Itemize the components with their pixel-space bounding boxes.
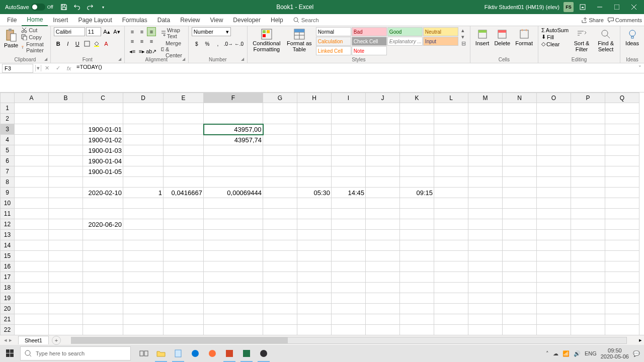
column-header-M[interactable]: M	[468, 93, 503, 103]
column-header-Q[interactable]: Q	[605, 93, 639, 103]
cell-D7[interactable]	[123, 166, 164, 177]
cell-I10[interactable]	[332, 198, 366, 209]
cell-L8[interactable]	[434, 177, 468, 188]
cell-G21[interactable]	[263, 314, 297, 325]
cell-A11[interactable]	[15, 209, 49, 219]
cell-N9[interactable]	[503, 188, 537, 198]
tray-clock[interactable]: 09:50 2020-05-06	[601, 347, 629, 359]
cell-H8[interactable]	[297, 177, 332, 188]
cell-P12[interactable]	[571, 219, 605, 230]
cell-K2[interactable]	[400, 114, 434, 124]
cell-L21[interactable]	[434, 314, 468, 325]
decrease-font-button[interactable]: A▾	[112, 27, 121, 36]
cell-C17[interactable]	[83, 272, 123, 283]
cell-K3[interactable]	[400, 124, 434, 135]
cell-I4[interactable]	[332, 135, 366, 145]
style-calculation[interactable]: Calculation	[316, 37, 351, 46]
cell-C14[interactable]	[83, 240, 123, 251]
cell-M18[interactable]	[468, 283, 503, 293]
cell-O7[interactable]	[537, 166, 571, 177]
cell-L15[interactable]	[434, 251, 468, 261]
enter-formula-button[interactable]: ✓	[52, 65, 63, 71]
cell-A16[interactable]	[15, 261, 49, 272]
cell-A8[interactable]	[15, 177, 49, 188]
cell-I8[interactable]	[332, 177, 366, 188]
cell-C15[interactable]	[83, 251, 123, 261]
name-box[interactable]: F3	[2, 64, 33, 73]
cell-M8[interactable]	[468, 177, 503, 188]
alignment-launcher[interactable]: ◢	[182, 57, 187, 62]
cell-P9[interactable]	[571, 188, 605, 198]
cell-O14[interactable]	[537, 240, 571, 251]
cell-L2[interactable]	[434, 114, 468, 124]
style-explanatory[interactable]: Explanatory ...	[387, 37, 423, 46]
cell-C9[interactable]: 2020-02-10	[83, 188, 123, 198]
cell-P13[interactable]	[571, 230, 605, 240]
cell-K21[interactable]	[400, 314, 434, 325]
cell-B2[interactable]	[49, 114, 83, 124]
cell-E1[interactable]	[164, 103, 204, 114]
cell-J20[interactable]	[366, 304, 400, 314]
cell-C8[interactable]	[83, 177, 123, 188]
cell-C20[interactable]	[83, 304, 123, 314]
cell-H16[interactable]	[297, 261, 332, 272]
column-header-J[interactable]: J	[366, 93, 400, 103]
cell-H14[interactable]	[297, 240, 332, 251]
cell-F13[interactable]	[204, 230, 263, 240]
cell-J22[interactable]	[366, 325, 400, 335]
cell-K8[interactable]	[400, 177, 434, 188]
column-header-K[interactable]: K	[400, 93, 434, 103]
align-top-button[interactable]: ≡	[128, 27, 137, 36]
cell-O21[interactable]	[537, 314, 571, 325]
cell-D16[interactable]	[123, 261, 164, 272]
cell-B8[interactable]	[49, 177, 83, 188]
cell-E3[interactable]	[164, 124, 204, 135]
cell-D3[interactable]	[123, 124, 164, 135]
cell-N2[interactable]	[503, 114, 537, 124]
cell-D1[interactable]	[123, 103, 164, 114]
cell-Q16[interactable]	[605, 261, 639, 272]
cell-I21[interactable]	[332, 314, 366, 325]
cell-B9[interactable]	[49, 188, 83, 198]
minimize-button[interactable]	[592, 0, 608, 14]
align-right-button[interactable]: ≡	[147, 37, 156, 46]
cell-K16[interactable]	[400, 261, 434, 272]
cell-A6[interactable]	[15, 156, 49, 166]
merge-center-button[interactable]: Merge & Center	[161, 40, 185, 58]
cell-H3[interactable]	[297, 124, 332, 135]
cell-C10[interactable]	[83, 198, 123, 209]
cut-button[interactable]: Cut	[21, 27, 47, 33]
column-header-N[interactable]: N	[503, 93, 537, 103]
percent-format-button[interactable]: %	[202, 39, 212, 48]
cell-F9[interactable]: 0,00069444	[204, 188, 263, 198]
cell-D8[interactable]	[123, 177, 164, 188]
cell-M11[interactable]	[468, 209, 503, 219]
cell-J6[interactable]	[366, 156, 400, 166]
cell-J19[interactable]	[366, 293, 400, 304]
cell-Q15[interactable]	[605, 251, 639, 261]
cell-J7[interactable]	[366, 166, 400, 177]
accounting-format-button[interactable]: $	[192, 39, 202, 48]
cell-E8[interactable]	[164, 177, 204, 188]
cell-L13[interactable]	[434, 230, 468, 240]
cell-G11[interactable]	[263, 209, 297, 219]
cell-F5[interactable]	[204, 145, 263, 156]
styles-up-button[interactable]: ▴	[461, 27, 466, 34]
row-header-1[interactable]: 1	[1, 103, 15, 114]
tray-volume-icon[interactable]: 🔊	[574, 350, 581, 357]
cell-L22[interactable]	[434, 325, 468, 335]
cell-I1[interactable]	[332, 103, 366, 114]
cell-G13[interactable]	[263, 230, 297, 240]
cell-P6[interactable]	[571, 156, 605, 166]
cell-J14[interactable]	[366, 240, 400, 251]
cell-O3[interactable]	[537, 124, 571, 135]
cell-F16[interactable]	[204, 261, 263, 272]
cell-J2[interactable]	[366, 114, 400, 124]
comma-format-button[interactable]: ,	[213, 39, 223, 48]
cell-D18[interactable]	[123, 283, 164, 293]
column-header-H[interactable]: H	[297, 93, 332, 103]
cell-F20[interactable]	[204, 304, 263, 314]
cell-K4[interactable]	[400, 135, 434, 145]
tray-language[interactable]: ENG	[585, 350, 597, 356]
number-launcher[interactable]: ◢	[241, 57, 246, 62]
